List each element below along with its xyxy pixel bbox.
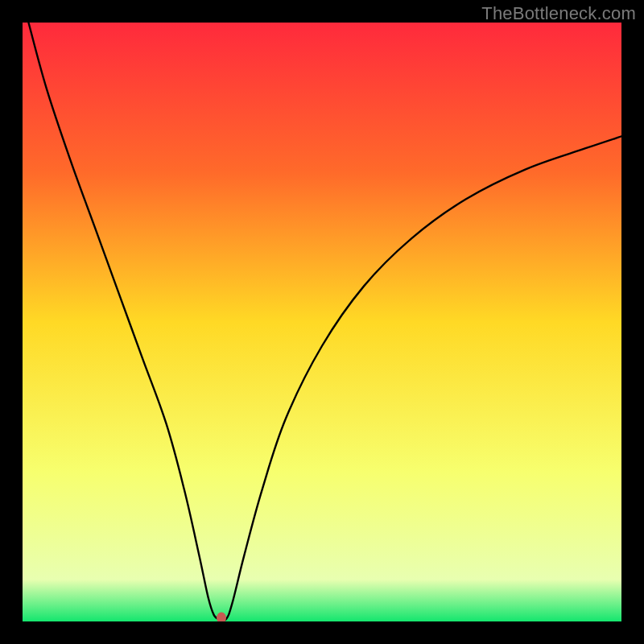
- bottleneck-chart: [23, 23, 621, 621]
- chart-frame: TheBottleneck.com: [0, 0, 644, 644]
- watermark-text: TheBottleneck.com: [481, 3, 636, 24]
- gradient-background: [23, 23, 621, 621]
- plot-area: [23, 23, 621, 621]
